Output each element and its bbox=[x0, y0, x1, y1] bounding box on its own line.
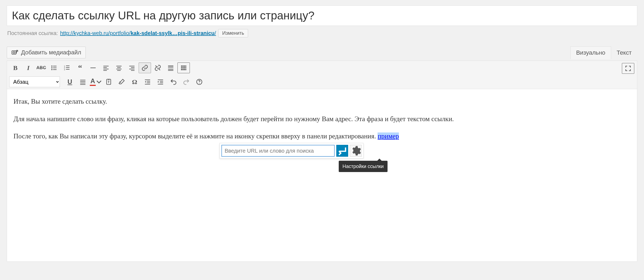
svg-point-2 bbox=[16, 53, 17, 54]
svg-rect-31 bbox=[168, 67, 173, 67]
svg-rect-35 bbox=[171, 68, 172, 68]
permalink-link[interactable]: http://kychka-web.ru/portfolio/kak-sdela… bbox=[60, 30, 216, 36]
align-left-button[interactable] bbox=[100, 62, 112, 73]
content-paragraph: Для начала напишите слово или фразу, кли… bbox=[13, 114, 631, 124]
link-settings-tooltip: Настройки ссылки bbox=[339, 161, 388, 172]
svg-rect-49 bbox=[184, 69, 185, 70]
underline-button[interactable]: U bbox=[64, 76, 76, 87]
indent-icon bbox=[157, 78, 164, 85]
svg-rect-20 bbox=[116, 66, 122, 66]
permalink-edit-button[interactable]: Изменить bbox=[218, 29, 248, 37]
gear-icon bbox=[350, 145, 361, 156]
editor-tabs: Визуально Текст bbox=[570, 46, 637, 59]
svg-rect-30 bbox=[168, 66, 173, 66]
svg-rect-59 bbox=[147, 81, 150, 82]
svg-rect-24 bbox=[129, 66, 135, 66]
hr-button[interactable] bbox=[87, 62, 99, 73]
align-center-icon bbox=[115, 64, 122, 71]
fullscreen-icon bbox=[625, 65, 632, 72]
svg-rect-17 bbox=[103, 67, 107, 68]
redo-button[interactable] bbox=[180, 76, 193, 87]
indent-button[interactable] bbox=[154, 76, 167, 87]
svg-rect-38 bbox=[168, 70, 173, 71]
tab-text[interactable]: Текст bbox=[611, 46, 637, 59]
svg-rect-51 bbox=[80, 80, 85, 80]
add-media-button[interactable]: Добавить медиафайл bbox=[7, 47, 86, 58]
svg-rect-54 bbox=[80, 84, 85, 85]
link-apply-button[interactable] bbox=[336, 145, 348, 157]
toolbar: B I ABC 123 “ bbox=[7, 61, 637, 89]
camera-music-icon bbox=[11, 49, 18, 56]
svg-rect-39 bbox=[181, 66, 182, 67]
svg-rect-26 bbox=[129, 69, 135, 69]
svg-rect-10 bbox=[66, 66, 70, 66]
italic-button[interactable]: I bbox=[22, 62, 35, 73]
undo-button[interactable] bbox=[167, 76, 180, 87]
svg-rect-46 bbox=[186, 67, 186, 68]
permalink-row: Постоянная ссылка: http://kychka-web.ru/… bbox=[7, 26, 637, 37]
svg-rect-15 bbox=[90, 68, 96, 68]
svg-rect-64 bbox=[160, 83, 163, 83]
svg-rect-33 bbox=[168, 68, 169, 68]
unlink-icon bbox=[154, 64, 161, 71]
svg-text:3: 3 bbox=[64, 68, 65, 71]
link-settings-button[interactable] bbox=[350, 145, 362, 157]
align-left-icon bbox=[102, 64, 109, 71]
svg-rect-16 bbox=[103, 66, 109, 66]
read-more-icon bbox=[167, 64, 174, 71]
svg-rect-56 bbox=[108, 79, 110, 80]
outdent-icon bbox=[144, 78, 151, 85]
svg-rect-22 bbox=[116, 69, 122, 69]
editor-content[interactable]: Итак, Вы хотите сделать ссылку. Для нача… bbox=[7, 89, 637, 261]
content-paragraph: Итак, Вы хотите сделать ссылку. bbox=[13, 97, 631, 106]
list-ul-icon bbox=[51, 64, 58, 71]
fullscreen-button[interactable] bbox=[622, 63, 634, 74]
enter-icon bbox=[337, 145, 348, 156]
tab-visual[interactable]: Визуально bbox=[570, 46, 611, 59]
numbered-list-button[interactable]: 123 bbox=[61, 62, 73, 73]
svg-rect-23 bbox=[117, 70, 121, 71]
insert-link-button[interactable] bbox=[139, 62, 151, 73]
editor: B I ABC 123 “ bbox=[7, 61, 637, 262]
bullet-list-button[interactable] bbox=[48, 62, 60, 73]
kitchen-sink-button[interactable] bbox=[177, 62, 190, 73]
svg-rect-14 bbox=[66, 69, 70, 70]
strikethrough-button[interactable]: ABC bbox=[35, 62, 47, 73]
svg-rect-27 bbox=[131, 70, 135, 71]
paragraph-format-select[interactable]: Абзац bbox=[9, 76, 60, 87]
special-char-button[interactable]: Ω bbox=[128, 76, 141, 87]
svg-rect-4 bbox=[53, 66, 57, 66]
insert-more-button[interactable] bbox=[165, 62, 177, 73]
svg-point-67 bbox=[199, 83, 200, 84]
clear-formatting-button[interactable] bbox=[115, 76, 128, 87]
post-title-input[interactable] bbox=[7, 5, 637, 26]
svg-rect-44 bbox=[183, 67, 184, 68]
hr-icon bbox=[90, 64, 97, 71]
svg-rect-8 bbox=[53, 69, 57, 70]
svg-rect-0 bbox=[12, 51, 16, 54]
svg-rect-42 bbox=[186, 66, 186, 67]
link-url-input[interactable] bbox=[221, 145, 335, 157]
align-justify-icon bbox=[79, 78, 86, 85]
align-right-icon bbox=[128, 64, 135, 71]
svg-rect-34 bbox=[170, 68, 171, 68]
svg-point-1 bbox=[13, 52, 15, 54]
paste-text-button[interactable]: T bbox=[102, 76, 115, 87]
align-center-button[interactable] bbox=[113, 62, 125, 73]
bold-button[interactable]: B bbox=[9, 62, 22, 73]
insert-link-popup bbox=[220, 143, 364, 159]
text-color-button[interactable]: A bbox=[90, 76, 102, 87]
blockquote-button[interactable]: “ bbox=[74, 62, 86, 73]
list-ol-icon: 123 bbox=[64, 64, 71, 71]
svg-rect-37 bbox=[168, 69, 173, 70]
remove-link-button[interactable] bbox=[152, 62, 164, 73]
help-button[interactable] bbox=[193, 76, 205, 87]
align-right-button[interactable] bbox=[126, 62, 138, 73]
svg-rect-48 bbox=[183, 69, 184, 70]
outdent-button[interactable] bbox=[141, 76, 154, 87]
selected-link-text[interactable]: пример bbox=[378, 132, 399, 140]
toolbar-toggle-icon bbox=[180, 64, 187, 71]
svg-rect-21 bbox=[117, 67, 121, 68]
align-justify-button[interactable] bbox=[77, 76, 89, 87]
svg-rect-52 bbox=[80, 81, 85, 82]
